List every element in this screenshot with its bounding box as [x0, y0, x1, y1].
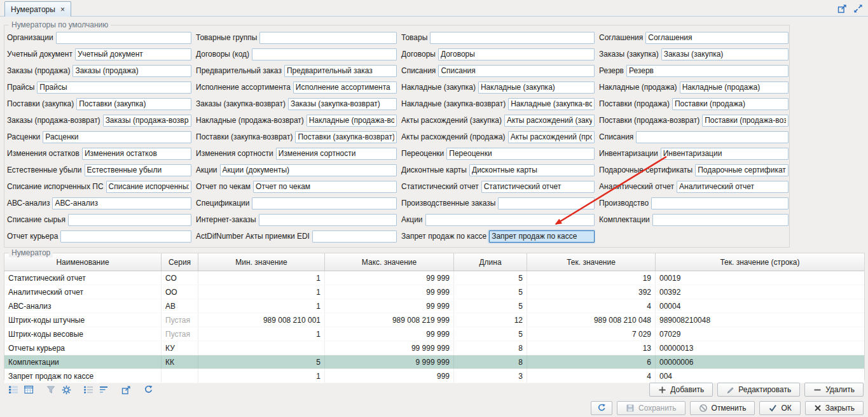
field-input[interactable] [284, 65, 397, 77]
save-button[interactable]: Сохранить [617, 401, 685, 415]
field-input[interactable] [695, 164, 789, 176]
field-input[interactable] [469, 164, 595, 176]
field-input[interactable] [293, 81, 397, 94]
field-input[interactable] [702, 115, 789, 127]
table-row[interactable]: КомплектацииКК59 999 9998600000006 [4, 355, 864, 369]
tab-close-icon[interactable]: × [60, 6, 65, 13]
field-input[interactable] [680, 81, 789, 94]
field-cell: Резерв [598, 62, 789, 79]
field-label: Поставки (закупка) [7, 99, 74, 108]
field-input[interactable] [220, 164, 397, 176]
field-label: Изменения остатков [7, 149, 79, 158]
save-icon [626, 404, 635, 413]
column-header[interactable]: Серия [162, 253, 198, 271]
field-input[interactable] [288, 98, 397, 110]
field-input[interactable] [446, 148, 595, 160]
table-row[interactable]: АВС-анализАВ199 9995400004 [4, 299, 864, 313]
table-cell: Аналитический отчет [4, 285, 162, 299]
field-input[interactable] [103, 115, 191, 127]
field-input[interactable] [312, 230, 397, 243]
table-cell: 99 999 [325, 299, 454, 313]
field-input[interactable] [498, 197, 595, 209]
field-input[interactable] [430, 32, 595, 44]
field-cell: Поставки (закупка-возврат) [195, 129, 397, 145]
field-input-focused[interactable] [489, 230, 595, 243]
close-button-label: Закрыть [825, 404, 855, 413]
field-input[interactable] [276, 148, 397, 160]
field-input[interactable] [56, 32, 191, 44]
field-input[interactable] [72, 65, 191, 77]
field-input[interactable] [661, 148, 789, 160]
field-input[interactable] [85, 164, 191, 176]
table-cell [198, 341, 325, 355]
delete-button-label: Удалить [825, 385, 855, 394]
field-input[interactable] [295, 131, 397, 143]
refresh-columns-icon[interactable] [141, 383, 156, 397]
table-row[interactable]: Штрих-коды весовыеПустая199 99957 029070… [4, 327, 864, 341]
field-label: Комплектации [599, 215, 650, 224]
field-input[interactable] [672, 98, 789, 110]
field-input[interactable] [52, 197, 191, 209]
field-input[interactable] [651, 197, 789, 209]
field-input[interactable] [75, 48, 191, 60]
field-input[interactable] [252, 48, 397, 60]
field-input[interactable] [661, 48, 789, 60]
delete-button[interactable]: Удалить [804, 383, 864, 397]
tab-numerators[interactable]: Нумераторы × [4, 1, 71, 17]
table-row[interactable]: Статистический отчетСО199 99951900019 [4, 271, 864, 285]
field-input[interactable] [43, 131, 191, 143]
column-header[interactable]: Тек. значение (строка) [656, 253, 864, 271]
field-input[interactable] [60, 230, 191, 243]
field-input[interactable] [106, 181, 191, 193]
field-input[interactable] [438, 48, 595, 60]
field-input[interactable] [677, 181, 789, 193]
field-input[interactable] [508, 98, 595, 110]
field-input[interactable] [508, 131, 595, 143]
field-input[interactable] [636, 131, 789, 143]
field-input[interactable] [252, 197, 397, 209]
table-row[interactable]: Аналитический отчетОО199 999539200392 [4, 285, 864, 299]
column-header[interactable]: Макс. значение [325, 253, 454, 271]
field-input[interactable] [76, 98, 191, 110]
table-row[interactable]: Отчеты курьераКУ99 999 99981300000013 [4, 341, 864, 355]
close-button[interactable]: Закрыть [805, 401, 864, 415]
field-input[interactable] [307, 115, 397, 127]
field-input[interactable] [82, 148, 191, 160]
edit-button[interactable]: Редактировать [717, 383, 800, 397]
filter-icon[interactable] [43, 383, 59, 397]
field-input[interactable] [652, 214, 789, 226]
field-label: Поставки (продажа) [599, 99, 670, 108]
sort-lines-icon[interactable] [96, 383, 111, 397]
column-header[interactable]: Длина [454, 253, 527, 271]
popout-window-icon[interactable] [837, 3, 847, 13]
open-external-icon[interactable] [118, 383, 134, 397]
table-view-icon[interactable] [21, 383, 36, 397]
field-label: АВС-анализ [7, 199, 50, 208]
field-input[interactable] [259, 32, 397, 44]
field-input[interactable] [253, 181, 397, 193]
tab-bar: Нумераторы × [0, 0, 868, 17]
ok-button[interactable]: ОК [759, 401, 800, 415]
field-input[interactable] [425, 214, 595, 226]
cards-view-icon[interactable] [6, 383, 21, 397]
checklist-icon[interactable] [81, 383, 96, 397]
add-button[interactable]: Добавить [649, 383, 713, 397]
column-header[interactable]: Мин. значение [198, 253, 325, 271]
table-row[interactable]: Штрих-коды штучныеПустая989 008 210 0019… [4, 313, 864, 327]
edit-button-label: Редактировать [738, 385, 791, 394]
column-header[interactable]: Тек. значение [527, 253, 656, 271]
refresh-button[interactable] [591, 401, 612, 415]
field-input[interactable] [438, 65, 595, 77]
field-input[interactable] [478, 81, 595, 94]
field-cell: Поставки (продажа) [598, 95, 789, 112]
settings-gear-icon[interactable] [59, 383, 74, 397]
cancel-button[interactable]: Отменить [690, 401, 755, 415]
field-input[interactable] [645, 32, 789, 44]
restore-layout-icon[interactable] [853, 3, 863, 13]
field-input[interactable] [626, 65, 789, 77]
field-input[interactable] [37, 81, 191, 94]
field-input[interactable] [504, 115, 595, 127]
field-input[interactable] [259, 214, 397, 226]
field-input[interactable] [68, 214, 191, 226]
field-input[interactable] [481, 181, 595, 193]
